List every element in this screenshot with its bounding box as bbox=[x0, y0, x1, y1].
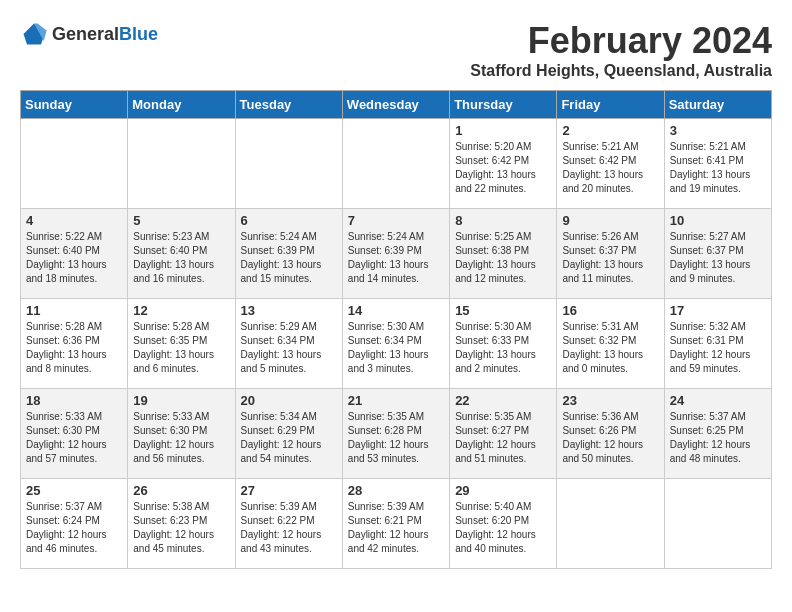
logo: GeneralBlue bbox=[20, 20, 158, 48]
table-row: 12Sunrise: 5:28 AM Sunset: 6:35 PM Dayli… bbox=[128, 299, 235, 389]
table-row: 14Sunrise: 5:30 AM Sunset: 6:34 PM Dayli… bbox=[342, 299, 449, 389]
logo-blue: Blue bbox=[119, 24, 158, 44]
title-block: February 2024 Stafford Heights, Queensla… bbox=[470, 20, 772, 80]
cell-info: Sunrise: 5:28 AM Sunset: 6:35 PM Dayligh… bbox=[133, 320, 229, 376]
cell-info: Sunrise: 5:24 AM Sunset: 6:39 PM Dayligh… bbox=[348, 230, 444, 286]
calendar-week-row: 1Sunrise: 5:20 AM Sunset: 6:42 PM Daylig… bbox=[21, 119, 772, 209]
cell-info: Sunrise: 5:33 AM Sunset: 6:30 PM Dayligh… bbox=[26, 410, 122, 466]
cell-info: Sunrise: 5:22 AM Sunset: 6:40 PM Dayligh… bbox=[26, 230, 122, 286]
cell-day-number: 23 bbox=[562, 393, 658, 408]
cell-info: Sunrise: 5:27 AM Sunset: 6:37 PM Dayligh… bbox=[670, 230, 766, 286]
table-row: 16Sunrise: 5:31 AM Sunset: 6:32 PM Dayli… bbox=[557, 299, 664, 389]
cell-day-number: 22 bbox=[455, 393, 551, 408]
cell-day-number: 11 bbox=[26, 303, 122, 318]
cell-day-number: 13 bbox=[241, 303, 337, 318]
table-row: 7Sunrise: 5:24 AM Sunset: 6:39 PM Daylig… bbox=[342, 209, 449, 299]
col-sunday: Sunday bbox=[21, 91, 128, 119]
table-row: 9Sunrise: 5:26 AM Sunset: 6:37 PM Daylig… bbox=[557, 209, 664, 299]
calendar-header-row: Sunday Monday Tuesday Wednesday Thursday… bbox=[21, 91, 772, 119]
table-row: 22Sunrise: 5:35 AM Sunset: 6:27 PM Dayli… bbox=[450, 389, 557, 479]
cell-info: Sunrise: 5:39 AM Sunset: 6:21 PM Dayligh… bbox=[348, 500, 444, 556]
cell-info: Sunrise: 5:21 AM Sunset: 6:41 PM Dayligh… bbox=[670, 140, 766, 196]
col-thursday: Thursday bbox=[450, 91, 557, 119]
calendar-week-row: 4Sunrise: 5:22 AM Sunset: 6:40 PM Daylig… bbox=[21, 209, 772, 299]
cell-info: Sunrise: 5:28 AM Sunset: 6:36 PM Dayligh… bbox=[26, 320, 122, 376]
cell-day-number: 25 bbox=[26, 483, 122, 498]
cell-day-number: 6 bbox=[241, 213, 337, 228]
table-row: 15Sunrise: 5:30 AM Sunset: 6:33 PM Dayli… bbox=[450, 299, 557, 389]
cell-info: Sunrise: 5:38 AM Sunset: 6:23 PM Dayligh… bbox=[133, 500, 229, 556]
cell-day-number: 26 bbox=[133, 483, 229, 498]
table-row bbox=[557, 479, 664, 569]
cell-info: Sunrise: 5:31 AM Sunset: 6:32 PM Dayligh… bbox=[562, 320, 658, 376]
cell-day-number: 20 bbox=[241, 393, 337, 408]
cell-day-number: 19 bbox=[133, 393, 229, 408]
cell-info: Sunrise: 5:33 AM Sunset: 6:30 PM Dayligh… bbox=[133, 410, 229, 466]
table-row: 3Sunrise: 5:21 AM Sunset: 6:41 PM Daylig… bbox=[664, 119, 771, 209]
cell-day-number: 2 bbox=[562, 123, 658, 138]
cell-info: Sunrise: 5:39 AM Sunset: 6:22 PM Dayligh… bbox=[241, 500, 337, 556]
table-row: 25Sunrise: 5:37 AM Sunset: 6:24 PM Dayli… bbox=[21, 479, 128, 569]
table-row: 26Sunrise: 5:38 AM Sunset: 6:23 PM Dayli… bbox=[128, 479, 235, 569]
cell-day-number: 14 bbox=[348, 303, 444, 318]
cell-day-number: 8 bbox=[455, 213, 551, 228]
table-row: 18Sunrise: 5:33 AM Sunset: 6:30 PM Dayli… bbox=[21, 389, 128, 479]
cell-day-number: 5 bbox=[133, 213, 229, 228]
table-row: 24Sunrise: 5:37 AM Sunset: 6:25 PM Dayli… bbox=[664, 389, 771, 479]
table-row: 4Sunrise: 5:22 AM Sunset: 6:40 PM Daylig… bbox=[21, 209, 128, 299]
table-row: 29Sunrise: 5:40 AM Sunset: 6:20 PM Dayli… bbox=[450, 479, 557, 569]
cell-day-number: 27 bbox=[241, 483, 337, 498]
cell-day-number: 24 bbox=[670, 393, 766, 408]
cell-day-number: 9 bbox=[562, 213, 658, 228]
calendar-week-row: 25Sunrise: 5:37 AM Sunset: 6:24 PM Dayli… bbox=[21, 479, 772, 569]
cell-day-number: 3 bbox=[670, 123, 766, 138]
cell-day-number: 21 bbox=[348, 393, 444, 408]
cell-info: Sunrise: 5:36 AM Sunset: 6:26 PM Dayligh… bbox=[562, 410, 658, 466]
calendar-title: February 2024 bbox=[470, 20, 772, 62]
cell-info: Sunrise: 5:30 AM Sunset: 6:33 PM Dayligh… bbox=[455, 320, 551, 376]
cell-day-number: 10 bbox=[670, 213, 766, 228]
cell-info: Sunrise: 5:21 AM Sunset: 6:42 PM Dayligh… bbox=[562, 140, 658, 196]
cell-day-number: 15 bbox=[455, 303, 551, 318]
page-header: GeneralBlue February 2024 Stafford Heigh… bbox=[20, 20, 772, 80]
table-row bbox=[128, 119, 235, 209]
cell-info: Sunrise: 5:20 AM Sunset: 6:42 PM Dayligh… bbox=[455, 140, 551, 196]
cell-info: Sunrise: 5:35 AM Sunset: 6:27 PM Dayligh… bbox=[455, 410, 551, 466]
cell-info: Sunrise: 5:29 AM Sunset: 6:34 PM Dayligh… bbox=[241, 320, 337, 376]
table-row bbox=[664, 479, 771, 569]
cell-day-number: 4 bbox=[26, 213, 122, 228]
col-monday: Monday bbox=[128, 91, 235, 119]
cell-info: Sunrise: 5:26 AM Sunset: 6:37 PM Dayligh… bbox=[562, 230, 658, 286]
col-tuesday: Tuesday bbox=[235, 91, 342, 119]
table-row: 8Sunrise: 5:25 AM Sunset: 6:38 PM Daylig… bbox=[450, 209, 557, 299]
table-row: 10Sunrise: 5:27 AM Sunset: 6:37 PM Dayli… bbox=[664, 209, 771, 299]
table-row: 17Sunrise: 5:32 AM Sunset: 6:31 PM Dayli… bbox=[664, 299, 771, 389]
calendar-table: Sunday Monday Tuesday Wednesday Thursday… bbox=[20, 90, 772, 569]
cell-day-number: 12 bbox=[133, 303, 229, 318]
table-row: 2Sunrise: 5:21 AM Sunset: 6:42 PM Daylig… bbox=[557, 119, 664, 209]
cell-info: Sunrise: 5:30 AM Sunset: 6:34 PM Dayligh… bbox=[348, 320, 444, 376]
logo-general: General bbox=[52, 24, 119, 44]
cell-info: Sunrise: 5:37 AM Sunset: 6:24 PM Dayligh… bbox=[26, 500, 122, 556]
table-row: 13Sunrise: 5:29 AM Sunset: 6:34 PM Dayli… bbox=[235, 299, 342, 389]
logo-icon bbox=[20, 20, 48, 48]
cell-info: Sunrise: 5:23 AM Sunset: 6:40 PM Dayligh… bbox=[133, 230, 229, 286]
table-row: 23Sunrise: 5:36 AM Sunset: 6:26 PM Dayli… bbox=[557, 389, 664, 479]
cell-day-number: 18 bbox=[26, 393, 122, 408]
cell-day-number: 17 bbox=[670, 303, 766, 318]
table-row: 27Sunrise: 5:39 AM Sunset: 6:22 PM Dayli… bbox=[235, 479, 342, 569]
cell-day-number: 16 bbox=[562, 303, 658, 318]
table-row: 19Sunrise: 5:33 AM Sunset: 6:30 PM Dayli… bbox=[128, 389, 235, 479]
col-friday: Friday bbox=[557, 91, 664, 119]
cell-info: Sunrise: 5:35 AM Sunset: 6:28 PM Dayligh… bbox=[348, 410, 444, 466]
table-row: 6Sunrise: 5:24 AM Sunset: 6:39 PM Daylig… bbox=[235, 209, 342, 299]
cell-day-number: 28 bbox=[348, 483, 444, 498]
cell-info: Sunrise: 5:40 AM Sunset: 6:20 PM Dayligh… bbox=[455, 500, 551, 556]
calendar-location: Stafford Heights, Queensland, Australia bbox=[470, 62, 772, 80]
table-row bbox=[21, 119, 128, 209]
cell-info: Sunrise: 5:34 AM Sunset: 6:29 PM Dayligh… bbox=[241, 410, 337, 466]
table-row: 5Sunrise: 5:23 AM Sunset: 6:40 PM Daylig… bbox=[128, 209, 235, 299]
table-row bbox=[342, 119, 449, 209]
cell-day-number: 7 bbox=[348, 213, 444, 228]
cell-info: Sunrise: 5:32 AM Sunset: 6:31 PM Dayligh… bbox=[670, 320, 766, 376]
